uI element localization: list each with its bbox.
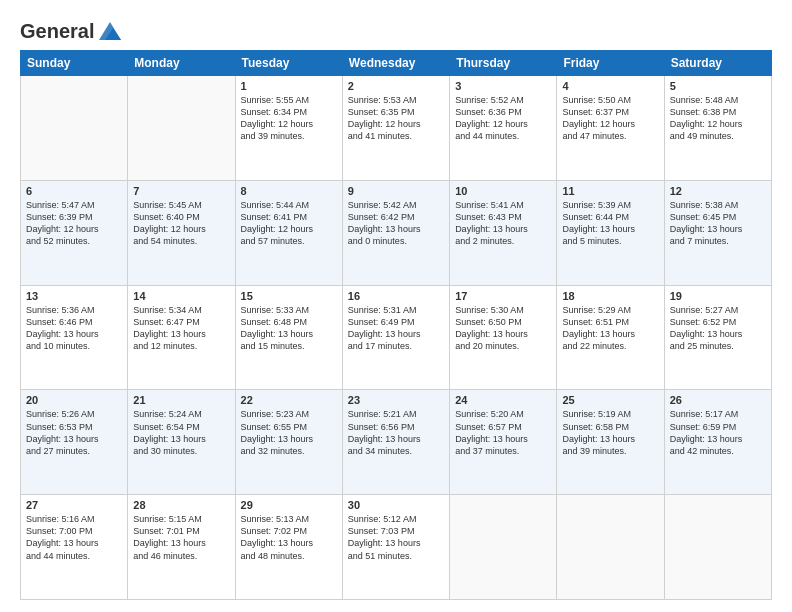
calendar-cell <box>450 495 557 600</box>
day-info: Sunrise: 5:45 AM Sunset: 6:40 PM Dayligh… <box>133 199 229 248</box>
calendar-cell: 10Sunrise: 5:41 AM Sunset: 6:43 PM Dayli… <box>450 180 557 285</box>
calendar-cell: 16Sunrise: 5:31 AM Sunset: 6:49 PM Dayli… <box>342 285 449 390</box>
calendar-cell <box>128 76 235 181</box>
day-number: 13 <box>26 290 122 302</box>
day-number: 3 <box>455 80 551 92</box>
day-info: Sunrise: 5:26 AM Sunset: 6:53 PM Dayligh… <box>26 408 122 457</box>
day-number: 28 <box>133 499 229 511</box>
day-info: Sunrise: 5:13 AM Sunset: 7:02 PM Dayligh… <box>241 513 337 562</box>
calendar-cell: 18Sunrise: 5:29 AM Sunset: 6:51 PM Dayli… <box>557 285 664 390</box>
calendar-cell: 30Sunrise: 5:12 AM Sunset: 7:03 PM Dayli… <box>342 495 449 600</box>
day-info: Sunrise: 5:36 AM Sunset: 6:46 PM Dayligh… <box>26 304 122 353</box>
calendar-cell: 25Sunrise: 5:19 AM Sunset: 6:58 PM Dayli… <box>557 390 664 495</box>
day-info: Sunrise: 5:42 AM Sunset: 6:42 PM Dayligh… <box>348 199 444 248</box>
day-number: 30 <box>348 499 444 511</box>
day-number: 27 <box>26 499 122 511</box>
day-number: 21 <box>133 394 229 406</box>
calendar-header-row: SundayMondayTuesdayWednesdayThursdayFrid… <box>21 51 772 76</box>
day-number: 15 <box>241 290 337 302</box>
calendar-table: SundayMondayTuesdayWednesdayThursdayFrid… <box>20 50 772 600</box>
logo-general: General <box>20 20 94 43</box>
day-info: Sunrise: 5:27 AM Sunset: 6:52 PM Dayligh… <box>670 304 766 353</box>
calendar-cell <box>21 76 128 181</box>
day-number: 14 <box>133 290 229 302</box>
calendar-cell: 13Sunrise: 5:36 AM Sunset: 6:46 PM Dayli… <box>21 285 128 390</box>
day-info: Sunrise: 5:19 AM Sunset: 6:58 PM Dayligh… <box>562 408 658 457</box>
day-number: 29 <box>241 499 337 511</box>
day-number: 24 <box>455 394 551 406</box>
calendar-cell: 24Sunrise: 5:20 AM Sunset: 6:57 PM Dayli… <box>450 390 557 495</box>
day-header-monday: Monday <box>128 51 235 76</box>
day-info: Sunrise: 5:21 AM Sunset: 6:56 PM Dayligh… <box>348 408 444 457</box>
day-number: 8 <box>241 185 337 197</box>
calendar-cell: 6Sunrise: 5:47 AM Sunset: 6:39 PM Daylig… <box>21 180 128 285</box>
calendar-cell: 22Sunrise: 5:23 AM Sunset: 6:55 PM Dayli… <box>235 390 342 495</box>
day-info: Sunrise: 5:33 AM Sunset: 6:48 PM Dayligh… <box>241 304 337 353</box>
calendar-cell: 17Sunrise: 5:30 AM Sunset: 6:50 PM Dayli… <box>450 285 557 390</box>
day-header-friday: Friday <box>557 51 664 76</box>
calendar-cell: 2Sunrise: 5:53 AM Sunset: 6:35 PM Daylig… <box>342 76 449 181</box>
week-row-1: 1Sunrise: 5:55 AM Sunset: 6:34 PM Daylig… <box>21 76 772 181</box>
day-number: 1 <box>241 80 337 92</box>
day-number: 19 <box>670 290 766 302</box>
day-number: 22 <box>241 394 337 406</box>
calendar-cell: 1Sunrise: 5:55 AM Sunset: 6:34 PM Daylig… <box>235 76 342 181</box>
day-number: 7 <box>133 185 229 197</box>
day-info: Sunrise: 5:41 AM Sunset: 6:43 PM Dayligh… <box>455 199 551 248</box>
calendar-cell: 15Sunrise: 5:33 AM Sunset: 6:48 PM Dayli… <box>235 285 342 390</box>
calendar-cell: 11Sunrise: 5:39 AM Sunset: 6:44 PM Dayli… <box>557 180 664 285</box>
calendar-cell: 14Sunrise: 5:34 AM Sunset: 6:47 PM Dayli… <box>128 285 235 390</box>
calendar-cell: 12Sunrise: 5:38 AM Sunset: 6:45 PM Dayli… <box>664 180 771 285</box>
day-info: Sunrise: 5:52 AM Sunset: 6:36 PM Dayligh… <box>455 94 551 143</box>
week-row-2: 6Sunrise: 5:47 AM Sunset: 6:39 PM Daylig… <box>21 180 772 285</box>
calendar-cell <box>664 495 771 600</box>
day-header-saturday: Saturday <box>664 51 771 76</box>
day-info: Sunrise: 5:34 AM Sunset: 6:47 PM Dayligh… <box>133 304 229 353</box>
day-header-thursday: Thursday <box>450 51 557 76</box>
day-number: 11 <box>562 185 658 197</box>
day-number: 2 <box>348 80 444 92</box>
calendar-cell: 19Sunrise: 5:27 AM Sunset: 6:52 PM Dayli… <box>664 285 771 390</box>
logo-icon <box>97 18 123 44</box>
day-number: 6 <box>26 185 122 197</box>
calendar-cell: 5Sunrise: 5:48 AM Sunset: 6:38 PM Daylig… <box>664 76 771 181</box>
day-number: 23 <box>348 394 444 406</box>
day-info: Sunrise: 5:53 AM Sunset: 6:35 PM Dayligh… <box>348 94 444 143</box>
day-header-sunday: Sunday <box>21 51 128 76</box>
day-info: Sunrise: 5:55 AM Sunset: 6:34 PM Dayligh… <box>241 94 337 143</box>
day-info: Sunrise: 5:47 AM Sunset: 6:39 PM Dayligh… <box>26 199 122 248</box>
day-header-wednesday: Wednesday <box>342 51 449 76</box>
calendar-cell: 26Sunrise: 5:17 AM Sunset: 6:59 PM Dayli… <box>664 390 771 495</box>
calendar-cell: 29Sunrise: 5:13 AM Sunset: 7:02 PM Dayli… <box>235 495 342 600</box>
day-info: Sunrise: 5:38 AM Sunset: 6:45 PM Dayligh… <box>670 199 766 248</box>
calendar-page: General SundayMondayTuesdayWednesdayThur… <box>0 0 792 612</box>
day-info: Sunrise: 5:44 AM Sunset: 6:41 PM Dayligh… <box>241 199 337 248</box>
day-number: 26 <box>670 394 766 406</box>
day-number: 25 <box>562 394 658 406</box>
calendar-cell: 27Sunrise: 5:16 AM Sunset: 7:00 PM Dayli… <box>21 495 128 600</box>
calendar-cell: 28Sunrise: 5:15 AM Sunset: 7:01 PM Dayli… <box>128 495 235 600</box>
day-info: Sunrise: 5:23 AM Sunset: 6:55 PM Dayligh… <box>241 408 337 457</box>
day-info: Sunrise: 5:50 AM Sunset: 6:37 PM Dayligh… <box>562 94 658 143</box>
calendar-cell: 20Sunrise: 5:26 AM Sunset: 6:53 PM Dayli… <box>21 390 128 495</box>
calendar-cell: 4Sunrise: 5:50 AM Sunset: 6:37 PM Daylig… <box>557 76 664 181</box>
day-info: Sunrise: 5:20 AM Sunset: 6:57 PM Dayligh… <box>455 408 551 457</box>
day-number: 5 <box>670 80 766 92</box>
day-info: Sunrise: 5:16 AM Sunset: 7:00 PM Dayligh… <box>26 513 122 562</box>
day-info: Sunrise: 5:12 AM Sunset: 7:03 PM Dayligh… <box>348 513 444 562</box>
calendar-cell: 7Sunrise: 5:45 AM Sunset: 6:40 PM Daylig… <box>128 180 235 285</box>
day-info: Sunrise: 5:29 AM Sunset: 6:51 PM Dayligh… <box>562 304 658 353</box>
calendar-cell: 3Sunrise: 5:52 AM Sunset: 6:36 PM Daylig… <box>450 76 557 181</box>
week-row-5: 27Sunrise: 5:16 AM Sunset: 7:00 PM Dayli… <box>21 495 772 600</box>
day-number: 16 <box>348 290 444 302</box>
day-info: Sunrise: 5:24 AM Sunset: 6:54 PM Dayligh… <box>133 408 229 457</box>
calendar-cell: 9Sunrise: 5:42 AM Sunset: 6:42 PM Daylig… <box>342 180 449 285</box>
day-number: 17 <box>455 290 551 302</box>
day-info: Sunrise: 5:17 AM Sunset: 6:59 PM Dayligh… <box>670 408 766 457</box>
week-row-3: 13Sunrise: 5:36 AM Sunset: 6:46 PM Dayli… <box>21 285 772 390</box>
day-number: 20 <box>26 394 122 406</box>
calendar-cell: 21Sunrise: 5:24 AM Sunset: 6:54 PM Dayli… <box>128 390 235 495</box>
day-info: Sunrise: 5:39 AM Sunset: 6:44 PM Dayligh… <box>562 199 658 248</box>
week-row-4: 20Sunrise: 5:26 AM Sunset: 6:53 PM Dayli… <box>21 390 772 495</box>
day-info: Sunrise: 5:15 AM Sunset: 7:01 PM Dayligh… <box>133 513 229 562</box>
